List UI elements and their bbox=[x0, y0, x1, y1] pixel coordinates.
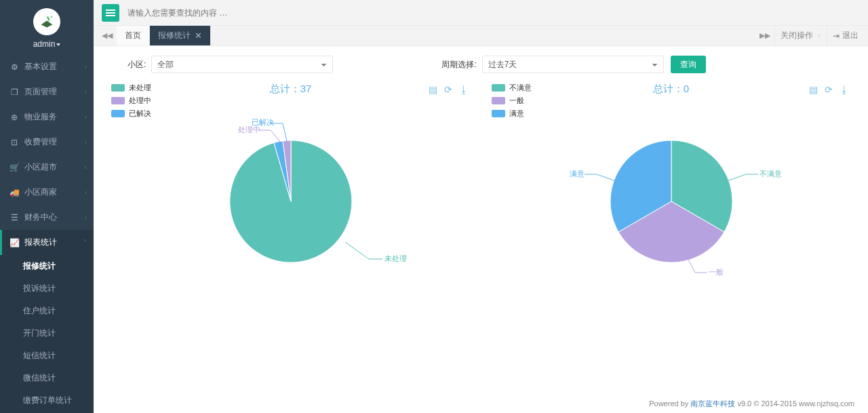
chart2-title: 总计：0 bbox=[488, 83, 854, 96]
query-button[interactable]: 查询 bbox=[671, 56, 706, 73]
sub-door-stats[interactable]: 开门统计 bbox=[0, 322, 94, 345]
legend-label: 未处理 bbox=[129, 83, 151, 93]
brand-user-name: admin bbox=[33, 39, 56, 49]
legend-item[interactable]: 满意 bbox=[492, 109, 532, 119]
slice-label-c: 满意 bbox=[570, 170, 585, 178]
tab-repair-stats[interactable]: 报修统计✕ bbox=[150, 26, 211, 45]
sub-repair-stats[interactable]: 报修统计 bbox=[0, 255, 94, 277]
content: 小区: 全部 周期选择: 过去7天 查询 总计：37 ▤ ⟳ ⭳ bbox=[94, 46, 868, 413]
svg-line-5 bbox=[283, 123, 287, 141]
layout-icon: ❐ bbox=[9, 87, 19, 97]
area-select[interactable]: 全部 bbox=[151, 56, 333, 73]
tab-close-ops-dropdown[interactable]: 关闭操作 bbox=[774, 26, 827, 45]
sub-fee-order-stats[interactable]: 缴费订单统计 bbox=[0, 389, 94, 412]
nav-label: 收费管理 bbox=[24, 136, 57, 148]
brand-block: admin bbox=[0, 0, 94, 54]
plus-circle-icon: ⊕ bbox=[9, 113, 19, 122]
footer-pre: Powered by bbox=[649, 399, 690, 408]
nav-merchant[interactable]: 🚚小区商家‹ bbox=[0, 180, 94, 205]
chevron-left-icon: ‹ bbox=[85, 88, 87, 96]
nav-page-manage[interactable]: ❐页面管理‹ bbox=[0, 79, 94, 104]
legend-label: 不满意 bbox=[509, 83, 532, 93]
svg-line-9 bbox=[688, 259, 695, 273]
sub-wechat-stats[interactable]: 微信统计 bbox=[0, 367, 94, 389]
nav-market[interactable]: 🛒小区超市‹ bbox=[0, 155, 94, 180]
nav-fee-manage[interactable]: ⊡收费管理‹ bbox=[0, 130, 94, 155]
legend-label: 一般 bbox=[509, 96, 524, 106]
refresh-icon[interactable]: ⟳ bbox=[825, 84, 833, 95]
svg-line-3 bbox=[271, 130, 280, 142]
tab-scroll-left-button[interactable]: ◀◀ bbox=[98, 26, 117, 45]
main-area: ◀◀ 首页 报修统计✕ ▶▶ 关闭操作 ⇥退出 小区: 全部 周期选择: 过去7… bbox=[94, 0, 868, 413]
legend-item[interactable]: 未处理 bbox=[111, 83, 151, 93]
slice-label-b: 一般 bbox=[709, 268, 724, 276]
svg-line-1 bbox=[345, 242, 369, 259]
nav-property-service[interactable]: ⊕物业服务‹ bbox=[0, 104, 94, 130]
svg-line-7 bbox=[727, 174, 746, 181]
chevron-left-icon: ‹ bbox=[85, 63, 87, 71]
sub-menu-report: 报修统计 投诉统计 住户统计 开门统计 短信统计 微信统计 缴费订单统计 商家订… bbox=[0, 255, 94, 413]
sub-complaint-stats[interactable]: 投诉统计 bbox=[0, 277, 94, 300]
nav-label: 小区商家 bbox=[24, 186, 57, 198]
sub-sms-stats[interactable]: 短信统计 bbox=[0, 345, 94, 367]
logout-icon: ⇥ bbox=[833, 31, 840, 41]
nav-label: 基本设置 bbox=[24, 61, 57, 73]
legend-swatch-icon bbox=[492, 97, 505, 104]
legend-item[interactable]: 处理中 bbox=[111, 96, 151, 106]
period-select[interactable]: 过去7天 bbox=[482, 56, 664, 73]
chevron-left-icon: ‹ bbox=[85, 113, 87, 121]
nav-label: 财务中心 bbox=[24, 212, 57, 223]
legend-swatch-icon bbox=[492, 110, 505, 117]
search-input[interactable] bbox=[127, 8, 331, 18]
chevron-down-icon bbox=[56, 43, 60, 46]
footer: Powered by 南京蓝牛科技 v9.0 © 2014-2015 www.n… bbox=[649, 399, 854, 409]
logout-button[interactable]: ⇥退出 bbox=[827, 26, 864, 45]
download-icon[interactable]: ⭳ bbox=[459, 84, 469, 95]
logout-label: 退出 bbox=[842, 30, 859, 41]
legend-swatch-icon bbox=[111, 84, 125, 92]
nav-menu: ⚙基本设置‹ ❐页面管理‹ ⊕物业服务‹ ⊡收费管理‹ 🛒小区超市‹ 🚚小区商家… bbox=[0, 54, 94, 413]
legend-label: 满意 bbox=[509, 109, 524, 119]
truck-icon: 🚚 bbox=[9, 188, 19, 197]
data-view-icon[interactable]: ▤ bbox=[809, 84, 818, 95]
slice-label-a: 不满意 bbox=[760, 170, 782, 178]
close-icon[interactable]: ✕ bbox=[195, 31, 202, 41]
nav-label: 页面管理 bbox=[24, 86, 57, 98]
camera-icon: ⊡ bbox=[9, 138, 19, 147]
refresh-icon[interactable]: ⟳ bbox=[444, 84, 452, 95]
chart-repair-status: 总计：37 ▤ ⟳ ⭳ 未处理 处理中 已解决 bbox=[107, 83, 474, 276]
slice-label-small: 已解决 bbox=[252, 118, 274, 126]
chart-satisfaction: 总计：0 ▤ ⟳ ⭳ 不满意 一般 满意 bbox=[488, 83, 854, 276]
chevron-left-icon: ‹ bbox=[85, 138, 87, 146]
download-icon[interactable]: ⭳ bbox=[840, 84, 849, 95]
footer-link[interactable]: 南京蓝牛科技 bbox=[690, 399, 735, 408]
sidebar-toggle-button[interactable] bbox=[102, 4, 119, 22]
brand-logo bbox=[33, 8, 60, 35]
nav-report-stats[interactable]: 📈报表统计˅ bbox=[0, 230, 94, 255]
nav-basic-settings[interactable]: ⚙基本设置‹ bbox=[0, 54, 94, 79]
nav-finance[interactable]: ☰财务中心‹ bbox=[0, 205, 94, 230]
data-view-icon[interactable]: ▤ bbox=[429, 84, 437, 95]
brand-user-toggle[interactable]: admin bbox=[33, 39, 61, 49]
legend-item[interactable]: 一般 bbox=[492, 96, 532, 106]
svg-line-11 bbox=[597, 174, 616, 181]
tab-label: 报修统计 bbox=[158, 30, 191, 41]
svg-point-0 bbox=[51, 16, 53, 18]
tabbar: ◀◀ 首页 报修统计✕ ▶▶ 关闭操作 ⇥退出 bbox=[94, 26, 868, 46]
chart1-pie: 未处理 处理中 已解决 bbox=[176, 113, 406, 276]
legend-item[interactable]: 已解决 bbox=[111, 109, 151, 119]
cart-icon: 🛒 bbox=[9, 163, 19, 172]
chevron-left-icon: ‹ bbox=[85, 163, 87, 171]
footer-post: v9.0 © 2014-2015 www.njzhsq.com bbox=[735, 399, 854, 408]
slice-label-main: 未处理 bbox=[384, 254, 406, 262]
nav-label: 小区超市 bbox=[24, 161, 57, 173]
sidebar: admin ⚙基本设置‹ ❐页面管理‹ ⊕物业服务‹ ⊡收费管理‹ 🛒小区超市‹… bbox=[0, 0, 94, 413]
legend-item[interactable]: 不满意 bbox=[492, 83, 532, 93]
tab-scroll-right-button[interactable]: ▶▶ bbox=[755, 26, 774, 45]
area-label: 小区: bbox=[127, 59, 146, 71]
chevron-down-icon bbox=[817, 35, 821, 37]
chart1-legend: 未处理 处理中 已解决 bbox=[111, 83, 151, 121]
sub-resident-stats[interactable]: 住户统计 bbox=[0, 300, 94, 322]
chart2-legend: 不满意 一般 满意 bbox=[492, 83, 532, 121]
tab-home[interactable]: 首页 bbox=[117, 26, 150, 45]
